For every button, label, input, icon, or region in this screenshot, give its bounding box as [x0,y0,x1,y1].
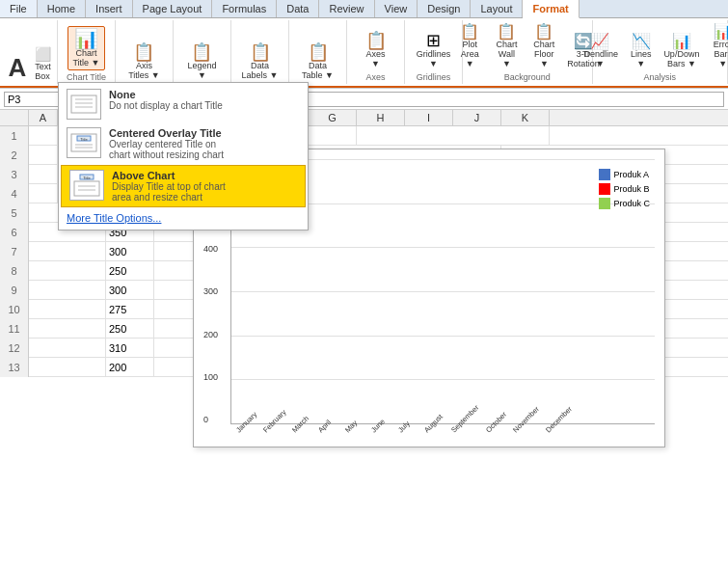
group-axis-titles: 📋 AxisTitles ▼ [116,20,174,84]
cell-1g[interactable] [309,126,357,146]
gridlines-button[interactable]: ⊞ Gridlines▼ [413,30,455,70]
cell-1a[interactable] [29,126,58,146]
chart-title-button[interactable]: 📊 ChartTitle ▼ [67,26,104,70]
ribbon: File Home Insert Page Layout Formulas Da… [0,0,728,89]
text-box-button[interactable]: ⬜ TextBox [33,45,53,82]
name-box[interactable] [4,92,62,107]
col-header-g: G [309,110,357,125]
centered-overlay-text: Centered Overlay Title Overlay centered … [109,127,224,160]
cell-2a[interactable] [29,146,58,165]
centered-overlay-title: Centered Overlay Title [109,127,224,139]
tab-page-layout[interactable]: Page Layout [133,0,213,17]
plot-area-label: PlotArea ▼ [456,40,483,68]
group-axes: 📋 Axes▼ Axes [347,20,405,84]
axis-titles-button[interactable]: 📋 AxisTitles ▼ [124,41,164,82]
data-table-button[interactable]: 📋 DataTable ▼ [298,41,337,82]
error-bars-icon: 📊 [714,24,728,40]
lines-label: Lines▼ [631,49,652,68]
legend-label-a: Produk A [613,170,649,179]
axis-titles-icon: 📋 [133,43,154,61]
plot-area-button[interactable]: 📋 PlotArea ▼ [452,22,487,70]
y-label-0: 0 [203,415,227,424]
y-label-400: 400 [203,244,227,254]
legend-button[interactable]: 📋 Legend▼ [183,41,220,82]
tab-layout[interactable]: Layout [471,0,523,17]
dropdown-centered-overlay[interactable]: Title Centered Overlay Title Overlay cen… [59,123,308,164]
dropdown-above-chart[interactable]: Title Above Chart Display Title at top o… [61,165,306,207]
chart-title-dropdown: None Do not display a chart Title Title [58,82,309,230]
svg-rect-11 [74,181,99,196]
lines-button[interactable]: 📉 Lines▼ [624,32,659,70]
legend-item-produk-a: Produk A [599,169,650,180]
text-a-icon: A [9,55,27,80]
data-labels-icon: 📋 [250,43,271,61]
more-title-options[interactable]: More Title Options... [59,208,308,228]
legend-label-c: Produk C [613,199,650,208]
chart-floor-icon: 📋 [534,24,553,40]
chart-title-icon: 📊 [74,29,98,48]
plot-area-icon: 📋 [460,24,479,40]
cell-1h[interactable] [357,126,550,146]
gridlines-icon: ⊞ [426,32,441,49]
legend-color-a [599,169,610,180]
legend-label: Legend▼ [187,61,216,80]
dropdown-none[interactable]: None Do not display a chart Title [59,85,308,123]
tab-file[interactable]: File [0,0,38,17]
axes-label: Axes▼ [365,49,385,68]
legend-icon: 📋 [191,43,212,61]
text-box-label: TextBox [35,62,51,81]
legend-item-produk-c: Produk C [599,198,650,209]
error-bars-button[interactable]: 📊 ErrorBars ▼ [705,22,728,70]
background-group-label: Background [504,72,551,82]
data-table-label: DataTable ▼ [302,61,334,80]
none-title: None [109,89,223,100]
legend-label-b: Produk B [613,184,649,194]
ribbon-tabs: File Home Insert Page Layout Formulas Da… [0,0,728,18]
group-insert: A ⬜ TextBox [0,20,58,84]
chart-title-group-label: Chart Title [67,72,106,82]
group-background: 📋 PlotArea ▼ 📋 ChartWall ▼ 📋 ChartFloor … [463,20,593,84]
gridlines-group-label: Gridlines [417,72,451,82]
tab-data[interactable]: Data [277,0,319,17]
tab-home[interactable]: Home [38,0,86,17]
text-a-button[interactable]: A [4,53,31,82]
svg-text:Title: Title [80,137,88,142]
data-labels-button[interactable]: 📋 DataLabels ▼ [238,41,283,82]
trendline-icon: 📈 [590,34,609,49]
group-chart-title: 📊 ChartTitle ▼ Chart Title [58,20,116,84]
tab-insert[interactable]: Insert [86,0,133,17]
trendline-button[interactable]: 📈 Trendline▼ [579,32,622,70]
tab-view[interactable]: View [375,0,418,17]
chart-wall-icon: 📋 [497,24,516,40]
cell-3a[interactable] [29,165,58,184]
tab-formulas[interactable]: Formulas [212,0,277,17]
legend-color-b [599,183,610,195]
tab-format[interactable]: Format [523,0,579,18]
none-icon [67,89,101,120]
chart-wall-button[interactable]: 📋 ChartWall ▼ [489,22,524,70]
row-num-3: 3 [0,165,29,184]
none-text: None Do not display a chart Title [109,89,223,111]
trendline-label: Trendline▼ [582,49,618,68]
centered-overlay-icon: Title [67,127,101,158]
above-chart-text: Above Chart Display Title at top of char… [112,170,226,203]
analysis-group-label: Analysis [644,72,677,82]
updown-bars-button[interactable]: 📊 Up/DownBars ▼ [661,32,703,70]
tab-design[interactable]: Design [418,0,471,17]
axes-button[interactable]: 📋 Axes▼ [359,30,393,70]
group-analysis: 📈 Trendline▼ 📉 Lines▼ 📊 Up/DownBars ▼ 📊 … [593,20,728,84]
chart-title-label: ChartTitle ▼ [72,48,99,68]
group-data-labels: 📋 DataLabels ▼ [231,20,289,84]
group-data-table: 📋 DataTable ▼ [289,20,347,84]
chart-floor-button[interactable]: 📋 ChartFloor ▼ [526,22,562,70]
text-box-icon: ⬜ [35,46,51,62]
svg-text:Title: Title [83,176,91,180]
tab-review[interactable]: Review [319,0,374,17]
row-num-2: 2 [0,146,29,165]
y-label-300: 300 [203,286,227,296]
cell-4a[interactable] [29,184,58,203]
svg-rect-0 [71,95,96,113]
group-legend: 📋 Legend▼ [174,20,231,84]
col-header-i: I [405,110,453,125]
above-chart-title: Above Chart [112,170,226,181]
